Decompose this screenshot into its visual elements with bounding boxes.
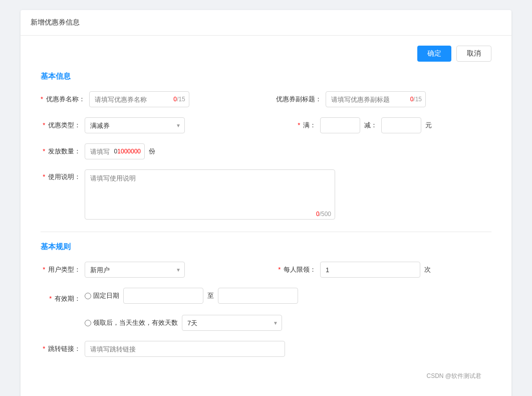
page-title: 新增优惠券信息 bbox=[21, 10, 511, 36]
user-type-row: * 用户类型： 新用户 老用户 全部用户 ▼ * 每人限领： bbox=[41, 262, 491, 278]
usage-instruction-wrapper: 0/500 bbox=[85, 169, 335, 222]
cancel-button[interactable]: 取消 bbox=[456, 46, 491, 62]
receive-validity-radio-label[interactable]: 领取后，当天生效，有效天数 bbox=[85, 318, 178, 327]
receive-validity-radio[interactable] bbox=[85, 320, 91, 326]
discount-type-item: * 优惠类型： 满减券 折扣券 免费券 ▼ bbox=[41, 117, 256, 133]
coupon-name-row: * 优惠券名称： 0/15 优惠券副标题： 0/15 bbox=[41, 91, 491, 107]
discount-type-select-wrapper: 满减券 折扣券 免费券 ▼ bbox=[85, 117, 185, 133]
watermark: CSDN @软件测试君 bbox=[41, 367, 491, 385]
redirect-link-item: * 跳转链接： bbox=[41, 341, 491, 357]
coupon-subtitle-counter: 0/15 bbox=[410, 96, 422, 103]
validity-days-select-wrapper: 7天 15天 30天 60天 90天 ▼ bbox=[182, 315, 282, 331]
user-type-label: * 用户类型： bbox=[41, 265, 81, 274]
man-jian-item: * 满： 减： 元 bbox=[276, 117, 491, 133]
section-divider bbox=[41, 232, 491, 232]
coupon-subtitle-item: 优惠券副标题： 0/15 bbox=[276, 91, 491, 107]
issue-count-row: * 发放数量： 01000000 份 bbox=[41, 143, 491, 159]
jian-input[interactable] bbox=[381, 117, 421, 133]
man-input[interactable] bbox=[320, 117, 360, 133]
per-person-limit-suffix: 次 bbox=[424, 265, 431, 274]
confirm-button[interactable]: 确定 bbox=[417, 46, 451, 62]
validity-label: * 有效期： bbox=[41, 294, 81, 303]
usage-instruction-input[interactable] bbox=[85, 169, 335, 220]
discount-type-row: * 优惠类型： 满减券 折扣券 免费券 ▼ * 满： bbox=[41, 117, 491, 133]
required-star: * bbox=[41, 95, 43, 103]
basic-rules-title: 基本规则 bbox=[41, 242, 491, 252]
discount-type-select[interactable]: 满减券 折扣券 免费券 bbox=[85, 117, 185, 133]
fixed-date-radio[interactable] bbox=[85, 293, 91, 299]
issue-count-input[interactable] bbox=[85, 143, 145, 159]
per-person-limit-label: * 每人限领： bbox=[276, 265, 316, 274]
basic-info-title: 基本信息 bbox=[41, 72, 491, 81]
end-date-input[interactable] bbox=[218, 288, 298, 304]
issue-count-wrapper: 01000000 bbox=[85, 143, 145, 159]
usage-instruction-label: * 使用说明： bbox=[41, 169, 81, 181]
user-type-select[interactable]: 新用户 老用户 全部用户 bbox=[85, 262, 185, 278]
coupon-subtitle-input-wrapper: 0/15 bbox=[326, 91, 426, 107]
receive-validity-row: 领取后，当天生效，有效天数 7天 15天 30天 60天 90天 ▼ bbox=[41, 315, 282, 331]
coupon-name-item: * 优惠券名称： 0/15 bbox=[41, 91, 256, 107]
issue-count-suffix: 份 bbox=[149, 147, 155, 156]
per-person-limit-input[interactable] bbox=[320, 262, 420, 278]
coupon-name-label: * 优惠券名称： bbox=[41, 95, 85, 104]
issue-count-item: * 发放数量： 01000000 份 bbox=[41, 143, 491, 159]
to-label: 至 bbox=[207, 291, 214, 300]
validity-row: * 有效期： 固定日期 至 领取后，当天生效，有效天数 bbox=[41, 288, 491, 331]
coupon-subtitle-label: 优惠券副标题： bbox=[276, 95, 322, 104]
usage-instruction-row: * 使用说明： 0/500 bbox=[41, 169, 491, 222]
coupon-name-counter: 0/15 bbox=[173, 96, 185, 103]
validity-days-select[interactable]: 7天 15天 30天 60天 90天 bbox=[182, 315, 282, 331]
redirect-link-input[interactable] bbox=[85, 341, 285, 357]
fixed-date-row: 固定日期 至 bbox=[85, 288, 298, 304]
man-label: * 满： bbox=[276, 121, 316, 130]
usage-instruction-item: * 使用说明： 0/500 bbox=[41, 169, 491, 222]
start-date-input[interactable] bbox=[123, 288, 203, 304]
discount-type-label: * 优惠类型： bbox=[41, 121, 81, 130]
jian-label: 减： bbox=[364, 121, 377, 130]
redirect-link-label: * 跳转链接： bbox=[41, 344, 81, 353]
redirect-link-row: * 跳转链接： bbox=[41, 341, 491, 357]
validity-label-row: * 有效期： 固定日期 至 bbox=[41, 288, 298, 310]
usage-instruction-counter: 0/500 bbox=[316, 211, 331, 218]
fixed-date-radio-label[interactable]: 固定日期 bbox=[85, 291, 119, 300]
action-bar: 确定 取消 bbox=[41, 46, 491, 62]
coupon-name-input-wrapper: 0/15 bbox=[89, 91, 189, 107]
issue-count-label: * 发放数量： bbox=[41, 147, 81, 156]
user-type-select-wrapper: 新用户 老用户 全部用户 ▼ bbox=[85, 262, 185, 278]
user-type-item: * 用户类型： 新用户 老用户 全部用户 ▼ bbox=[41, 262, 256, 278]
per-person-limit-item: * 每人限领： 次 bbox=[276, 262, 491, 278]
yuan-label: 元 bbox=[425, 121, 432, 130]
